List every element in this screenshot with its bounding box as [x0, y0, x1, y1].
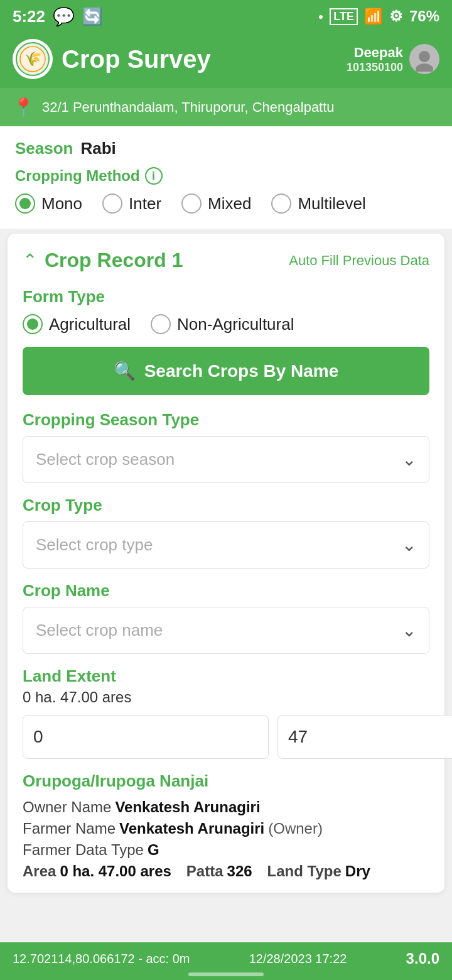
datetime-display: 12/28/2023 17:22 — [249, 952, 347, 966]
settings-icon: ⚙ — [389, 8, 403, 25]
crop-record-title: ⌃ Crop Record 1 — [23, 249, 183, 272]
land-inputs-group — [23, 715, 429, 759]
season-label: Season — [15, 139, 73, 158]
cropping-method-group: Mono Inter Mixed Multilevel — [15, 193, 437, 214]
land-extent-value: 0 ha. 47.00 ares — [23, 689, 429, 706]
cropping-season-dropdown[interactable]: Select crop season ⌄ — [23, 436, 429, 483]
patta-group: Patta 326 — [186, 863, 252, 880]
method-mono[interactable]: Mono — [15, 193, 82, 214]
time-display: 5:22 — [13, 7, 45, 26]
app-header: 🌾 Crop Survey Deepak 101350100 — [0, 33, 452, 88]
crop-name-section: Crop Name Select crop name ⌄ — [23, 581, 429, 654]
chevron-down-icon: ⌄ — [402, 449, 416, 470]
area-label: Area — [23, 863, 56, 880]
user-info: Deepak 101350100 — [347, 45, 403, 74]
farmer-name-label: Farmer Name — [23, 820, 116, 837]
address-bar: 📍 32/1 Perunthandalam, Thiruporur, Cheng… — [0, 88, 452, 126]
method-multilevel-label: Multilevel — [298, 194, 365, 214]
signal-icon: 📶 — [364, 8, 383, 25]
farmer-name-suffix: (Owner) — [268, 820, 323, 837]
land-type-label: Land Type — [267, 863, 342, 880]
land-input-ha[interactable] — [23, 715, 269, 759]
crop-name-label: Crop Name — [23, 581, 429, 601]
app-title: Crop Survey — [62, 45, 211, 74]
user-id: 101350100 — [347, 61, 403, 74]
battery-display: 76% — [409, 8, 439, 25]
crop-type-section: Crop Type Select crop type ⌄ — [23, 496, 429, 569]
crop-type-placeholder: Select crop type — [36, 535, 153, 555]
farmer-name-row: Farmer Name Venkatesh Arunagiri (Owner) — [23, 820, 429, 837]
cropping-season-placeholder: Select crop season — [36, 450, 175, 469]
whatsapp-icon: 💬 — [53, 6, 75, 27]
radio-inter[interactable] — [102, 193, 122, 214]
land-extent-section: Land Extent 0 ha. 47.00 ares — [23, 667, 429, 759]
patta-label: Patta — [186, 863, 223, 880]
orupoga-title: Orupoga/Irupoga Nanjai — [23, 771, 429, 791]
crop-type-dropdown[interactable]: Select crop type ⌄ — [23, 521, 429, 569]
form-type-group: Agricultural Non-Agricultural — [23, 314, 429, 334]
location-icon: 📍 — [13, 97, 35, 117]
status-bar: 5:22 💬 🔄 ● LTE 📶 ⚙ 76% — [0, 0, 452, 33]
user-name: Deepak — [347, 45, 403, 61]
crop-record-name: Crop Record 1 — [45, 249, 183, 272]
season-row: Season Rabi — [15, 139, 437, 158]
header-left: 🌾 Crop Survey — [13, 39, 211, 79]
svg-point-4 — [416, 63, 433, 72]
form-non-agricultural[interactable]: Non-Agricultural — [151, 314, 294, 334]
area-value: 0 ha. 47.00 ares — [60, 863, 171, 880]
app-icon: 🔄 — [82, 7, 102, 26]
radio-non-agricultural[interactable] — [151, 314, 171, 334]
home-indicator — [188, 972, 264, 976]
crop-record-card: ⌃ Crop Record 1 Auto Fill Previous Data … — [8, 234, 444, 893]
method-mono-label: Mono — [41, 194, 82, 214]
radio-agricultural[interactable] — [23, 314, 43, 334]
owner-name-label: Owner Name — [23, 798, 111, 816]
area-patta-landtype-row: Area 0 ha. 47.00 ares Patta 326 Land Typ… — [23, 863, 429, 880]
agricultural-label: Agricultural — [49, 315, 131, 334]
chevron-down-icon-2: ⌄ — [402, 535, 416, 555]
search-crops-button[interactable]: 🔍 Search Crops By Name — [23, 347, 429, 395]
crop-record-header: ⌃ Crop Record 1 Auto Fill Previous Data — [23, 249, 429, 272]
lte-icon: LTE — [330, 8, 358, 25]
farmer-name-value: Venkatesh Arunagiri — [119, 820, 264, 837]
chevron-down-icon-3: ⌄ — [402, 620, 416, 641]
crop-name-placeholder: Select crop name — [36, 621, 163, 640]
farmer-data-type-label: Farmer Data Type — [23, 841, 144, 859]
method-inter-label: Inter — [129, 194, 161, 214]
radio-mono[interactable] — [15, 193, 35, 214]
land-type-value: Dry — [345, 863, 370, 880]
info-icon[interactable]: i — [145, 167, 163, 185]
method-mixed[interactable]: Mixed — [181, 193, 251, 214]
status-right: ● LTE 📶 ⚙ 76% — [318, 8, 439, 25]
patta-value: 326 — [227, 863, 252, 880]
address-text: 32/1 Perunthandalam, Thiruporur, Chengal… — [42, 99, 335, 116]
cropping-method-label: Cropping Method i — [15, 167, 437, 185]
cropping-season-section: Cropping Season Type Select crop season … — [23, 410, 429, 483]
auto-fill-button[interactable]: Auto Fill Previous Data — [289, 253, 429, 269]
radio-mixed[interactable] — [181, 193, 202, 214]
svg-point-3 — [419, 51, 430, 62]
form-agricultural[interactable]: Agricultural — [23, 314, 131, 334]
status-left: 5:22 💬 🔄 — [13, 6, 102, 27]
farmer-data-type-row: Farmer Data Type G — [23, 841, 429, 859]
owner-name-row: Owner Name Venkatesh Arunagiri — [23, 798, 429, 816]
land-input-ares[interactable] — [277, 715, 452, 759]
dot-indicator: ● — [318, 11, 323, 21]
radio-multilevel[interactable] — [271, 193, 291, 214]
user-avatar — [409, 44, 439, 74]
svg-text:🌾: 🌾 — [24, 50, 42, 67]
season-value: Rabi — [81, 139, 116, 158]
method-mixed-label: Mixed — [208, 194, 251, 214]
search-btn-label: Search Crops By Name — [144, 361, 339, 381]
farmer-data-type-value: G — [148, 841, 159, 859]
cropping-season-label: Cropping Season Type — [23, 410, 429, 430]
orupoga-section: Orupoga/Irupoga Nanjai Owner Name Venkat… — [23, 771, 429, 880]
method-multilevel[interactable]: Multilevel — [271, 193, 365, 214]
search-icon: 🔍 — [114, 361, 136, 381]
chevron-up-icon[interactable]: ⌃ — [23, 250, 37, 271]
form-type-section: Form Type Agricultural Non-Agricultural — [23, 287, 429, 334]
method-inter[interactable]: Inter — [102, 193, 161, 214]
form-type-label: Form Type — [23, 287, 429, 307]
non-agricultural-label: Non-Agricultural — [177, 315, 294, 334]
crop-name-dropdown[interactable]: Select crop name ⌄ — [23, 607, 429, 654]
